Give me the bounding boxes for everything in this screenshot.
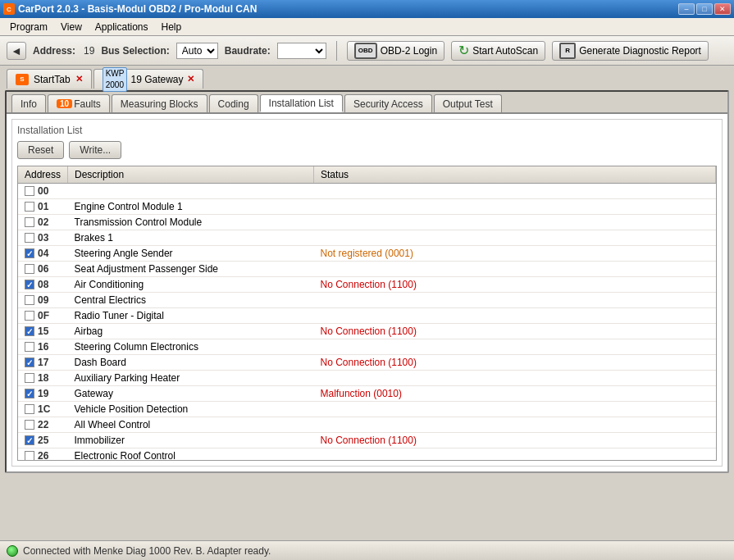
addr-value: 16 (38, 341, 48, 353)
cell-address: 01 (18, 199, 68, 215)
table-row[interactable]: 00 (18, 184, 716, 199)
table-scroll[interactable]: Address Description Status 0001Engine Co… (18, 166, 716, 460)
cell-status (314, 417, 716, 433)
faults-label: Faults (74, 98, 101, 110)
installation-panel-title: Installation List (17, 125, 717, 136)
cell-status: No Connection (1100) (314, 433, 716, 448)
row-checkbox[interactable] (25, 342, 34, 352)
maximize-button[interactable]: □ (696, 3, 713, 15)
table-row[interactable]: 02Transmission Control Module (18, 215, 716, 230)
table-row[interactable]: 03Brakes 1 (18, 230, 716, 246)
row-checkbox[interactable] (25, 264, 34, 274)
cell-status (314, 448, 716, 461)
menu-program[interactable]: Program (3, 20, 54, 34)
addr-value: 04 (38, 248, 48, 259)
cell-address: ✓08 (18, 277, 68, 293)
report-icon: R (559, 43, 576, 59)
bus-selection-dropdown[interactable]: Auto (176, 43, 218, 59)
row-checkbox[interactable]: ✓ (25, 357, 34, 367)
table-row[interactable]: 01Engine Control Module 1 (18, 199, 716, 215)
scan-icon: ↻ (458, 43, 469, 58)
table-row[interactable]: 26Electronic Roof Control (18, 448, 716, 461)
row-checkbox[interactable] (25, 295, 34, 305)
table-row[interactable]: 06Seat Adjustment Passenger Side (18, 262, 716, 277)
menu-applications[interactable]: Applications (89, 20, 155, 34)
addr-value: 06 (38, 263, 48, 275)
cell-address: 06 (18, 262, 68, 277)
addr-value: 25 (38, 435, 48, 446)
minimize-button[interactable]: – (678, 3, 695, 15)
status-bar: Connected with Menke Diag 1000 Rev. B. A… (0, 540, 734, 560)
address-value: 19 (84, 45, 94, 57)
row-checkbox[interactable] (25, 217, 34, 227)
addr-value: 01 (38, 201, 48, 212)
kwp-close[interactable]: ✕ (187, 74, 194, 84)
table-row[interactable]: 18Auxiliary Parking Heater (18, 371, 716, 386)
table-row[interactable]: ✓25ImmobilizerNo Connection (1100) (18, 433, 716, 448)
cell-status: No Connection (1100) (314, 277, 716, 293)
tab-coding[interactable]: Coding (209, 94, 258, 112)
row-checkbox[interactable] (25, 311, 34, 321)
installation-list-panel: Installation List Reset Write... Address… (11, 119, 723, 467)
cell-address: 22 (18, 417, 68, 433)
addr-value: 17 (38, 357, 48, 368)
cell-description: Steering Column Electronics (68, 339, 314, 355)
tab-faults[interactable]: 10 Faults (48, 94, 110, 112)
table-row[interactable]: ✓08Air ConditioningNo Connection (1100) (18, 277, 716, 293)
table-row[interactable]: 1CVehicle Position Detection (18, 402, 716, 417)
row-checkbox[interactable] (25, 202, 34, 212)
cell-address: 03 (18, 230, 68, 246)
tab-starttab[interactable]: S StartTab ✕ (7, 69, 92, 89)
row-checkbox[interactable]: ✓ (25, 248, 34, 258)
table-row[interactable]: 0FRadio Tuner - Digital (18, 308, 716, 324)
tab-kwp[interactable]: KWP2000 19 Gateway ✕ (93, 69, 203, 89)
menu-view[interactable]: View (54, 20, 89, 34)
start-autoscan-button[interactable]: ↻ Start AutoScan (451, 41, 545, 61)
menu-help[interactable]: Help (155, 20, 189, 34)
tab-measuring[interactable]: Measuring Blocks (112, 94, 207, 112)
cell-address: 1C (18, 402, 68, 417)
obd-login-button[interactable]: OBD OBD-2 Login (347, 41, 445, 61)
cell-status (314, 308, 716, 324)
row-checkbox[interactable] (25, 404, 34, 414)
row-checkbox[interactable]: ✓ (25, 435, 34, 445)
status-text: Connected with Menke Diag 1000 Rev. B. A… (23, 545, 271, 557)
app-icon: C (3, 3, 15, 15)
write-button[interactable]: Write... (69, 141, 121, 159)
table-row[interactable]: 09Central Electrics (18, 293, 716, 308)
cell-address: ✓17 (18, 355, 68, 371)
status-led (7, 545, 18, 557)
tab-output[interactable]: Output Test (434, 94, 502, 112)
close-button[interactable]: ✕ (714, 3, 731, 15)
title-bar: C CarPort 2.0.3 - Basis-Modul OBD2 / Pro… (0, 0, 734, 18)
table-row[interactable]: ✓19GatewayMalfunction (0010) (18, 386, 716, 402)
row-checkbox[interactable] (25, 186, 34, 196)
cell-status (314, 371, 716, 386)
row-checkbox[interactable]: ✓ (25, 280, 34, 289)
app-title: CarPort 2.0.3 - Basis-Modul OBD2 / Pro-M… (18, 3, 257, 15)
table-row[interactable]: ✓04Steering Angle SenderNot registered (… (18, 246, 716, 262)
table-row[interactable]: 22All Wheel Control (18, 417, 716, 433)
back-button[interactable]: ◄ (7, 42, 26, 60)
table-row[interactable]: 16Steering Column Electronics (18, 339, 716, 355)
cell-description: Air Conditioning (68, 277, 314, 293)
starttab-close[interactable]: ✕ (75, 74, 83, 84)
row-checkbox[interactable] (25, 233, 34, 243)
row-checkbox[interactable] (25, 373, 34, 383)
cell-address: 18 (18, 371, 68, 386)
tab-installation[interactable]: Installation List (260, 94, 343, 112)
tab-security[interactable]: Security Access (344, 94, 432, 112)
row-checkbox[interactable]: ✓ (25, 389, 34, 398)
row-checkbox[interactable] (25, 420, 34, 430)
cell-status: No Connection (1100) (314, 324, 716, 339)
reset-button[interactable]: Reset (17, 141, 64, 159)
faults-badge: 10 (57, 99, 72, 108)
row-checkbox[interactable]: ✓ (25, 326, 34, 336)
generate-report-button[interactable]: R Generate Diagnostic Report (552, 41, 709, 61)
table-row[interactable]: ✓17Dash BoardNo Connection (1100) (18, 355, 716, 371)
row-checkbox[interactable] (25, 451, 34, 460)
table-row[interactable]: ✓15AirbagNo Connection (1100) (18, 324, 716, 339)
tab-info[interactable]: Info (11, 94, 46, 112)
baudrate-dropdown[interactable] (277, 43, 326, 59)
cell-status: Malfunction (0010) (314, 386, 716, 402)
